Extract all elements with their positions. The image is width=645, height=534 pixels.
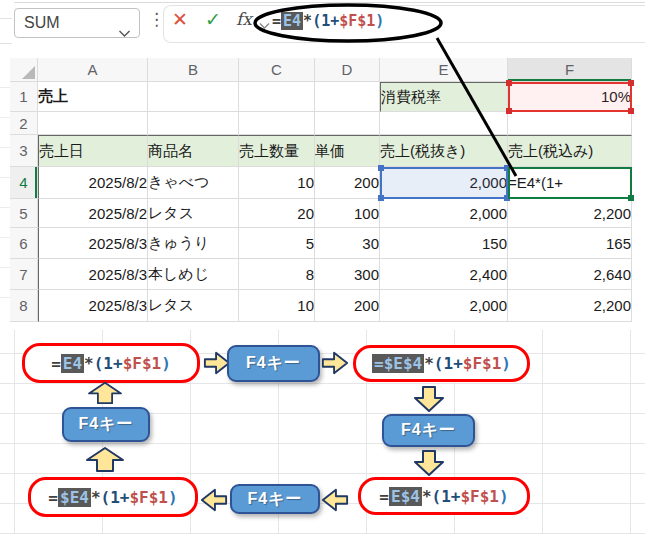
cell-F2[interactable] — [508, 112, 632, 135]
formula-box-absolute[interactable]: =$E$4*(1+$F$1) — [353, 345, 530, 382]
f4-cycle-diagram: =E4*(1+$F$1) F4キー =$E$4*(1+$F$1) F4キー =E… — [0, 330, 645, 534]
formula-ref-selected: E4 — [281, 12, 303, 30]
select-all-corner[interactable] — [10, 58, 38, 82]
insert-function-icon[interactable]: fx — [236, 9, 252, 29]
formula-open: (1+ — [101, 488, 130, 507]
row-header-6[interactable]: 6 — [10, 228, 38, 259]
col-header-D[interactable]: D — [315, 58, 380, 82]
cell-E8[interactable]: 2,000 — [380, 290, 508, 322]
arrow-left-icon[interactable] — [321, 486, 349, 514]
arrow-down-icon[interactable] — [413, 385, 445, 413]
row-header-4[interactable]: 4 — [10, 167, 38, 199]
f4-key-button[interactable]: F4キー — [62, 407, 150, 442]
cell-D7[interactable]: 300 — [315, 259, 380, 290]
cell-E7[interactable]: 2,400 — [380, 259, 508, 290]
cell-D6[interactable]: 30 — [315, 228, 380, 259]
col-header-C[interactable]: C — [239, 58, 315, 82]
formula-box-col-absolute[interactable]: =$E4*(1+$F$1) — [28, 477, 198, 517]
formula-abs-ref: $F$1 — [460, 487, 499, 506]
formula-open: (1+ — [434, 354, 463, 373]
row-header-5[interactable]: 5 — [10, 199, 38, 228]
cell-E1[interactable]: 消費税率 — [380, 82, 508, 112]
row-header-3[interactable]: 3 — [10, 135, 38, 167]
arrow-right-icon[interactable] — [321, 349, 349, 377]
cell-B2[interactable] — [148, 112, 239, 135]
cell-E2[interactable] — [380, 112, 508, 135]
cell-A2[interactable] — [38, 112, 148, 135]
cell-E5[interactable]: 2,000 — [380, 199, 508, 228]
cell-F8[interactable]: 2,200 — [508, 290, 632, 322]
cell-C6[interactable]: 5 — [239, 228, 315, 259]
arrow-left-icon[interactable] — [200, 486, 228, 514]
cell-E6[interactable]: 150 — [380, 228, 508, 259]
formula-close: ) — [499, 487, 509, 506]
cell-A6[interactable]: 2025/8/3 — [38, 228, 148, 259]
cell-B7[interactable]: 本しめじ — [148, 259, 239, 290]
formula-ref-selected: E4 — [61, 354, 84, 373]
col-header-A[interactable]: A — [38, 58, 148, 82]
cell-F7[interactable]: 2,640 — [508, 259, 632, 290]
arrow-up-icon[interactable] — [85, 381, 125, 405]
cell-B4[interactable]: きゃべつ — [148, 167, 239, 199]
formula-close: ) — [375, 12, 384, 30]
enter-icon[interactable]: ✓ — [205, 8, 221, 31]
cell-E4[interactable]: 2,000 — [380, 167, 508, 199]
cell-B3[interactable]: 商品名 — [148, 135, 239, 167]
cell-D5[interactable]: 100 — [315, 199, 380, 228]
f4-key-button[interactable]: F4キー — [382, 414, 475, 447]
col-header-F[interactable]: F — [508, 58, 632, 82]
row-header-2[interactable]: 2 — [10, 112, 38, 135]
cell-D2[interactable] — [315, 112, 380, 135]
cell-B1[interactable] — [148, 82, 239, 112]
chevron-down-icon[interactable] — [259, 16, 270, 34]
chevron-down-icon[interactable] — [118, 19, 131, 47]
cell-A8[interactable]: 2025/8/3 — [38, 290, 148, 322]
cell-A3[interactable]: 売上日 — [38, 135, 148, 167]
formula-op: * — [84, 354, 94, 373]
col-header-B[interactable]: B — [148, 58, 239, 82]
cell-C4[interactable]: 10 — [239, 167, 315, 199]
formula-abs-ref: $F$1 — [129, 488, 168, 507]
cell-C7[interactable]: 8 — [239, 259, 315, 290]
cell-B5[interactable]: レタス — [148, 199, 239, 228]
formula-open: (1+ — [312, 12, 339, 30]
cell-F6[interactable]: 165 — [508, 228, 632, 259]
cell-A4[interactable]: 2025/8/2 — [38, 167, 148, 199]
cell-D3[interactable]: 単価 — [315, 135, 380, 167]
name-box[interactable]: SUM — [14, 8, 140, 38]
formula-eq: = — [379, 487, 389, 506]
cell-A1[interactable]: 売上 — [38, 82, 148, 112]
cell-C8[interactable]: 10 — [239, 290, 315, 322]
cell-A7[interactable]: 2025/8/3 — [38, 259, 148, 290]
formula-eq: = — [272, 12, 281, 30]
f4-key-button[interactable]: F4キー — [230, 484, 320, 514]
row-header-1[interactable]: 1 — [10, 82, 38, 112]
cell-B6[interactable]: きゅうり — [148, 228, 239, 259]
row-header-7[interactable]: 7 — [10, 259, 38, 290]
cell-F5[interactable]: 2,200 — [508, 199, 632, 228]
cancel-icon[interactable]: ✕ — [172, 8, 188, 31]
col-header-E[interactable]: E — [380, 58, 508, 82]
cell-C3[interactable]: 売上数量 — [239, 135, 315, 167]
cell-A5[interactable]: 2025/8/2 — [38, 199, 148, 228]
cell-D4[interactable]: 200 — [315, 167, 380, 199]
divider — [0, 18, 12, 19]
f4-key-button[interactable]: F4キー — [227, 345, 320, 382]
arrow-up-icon[interactable] — [85, 445, 125, 474]
cell-C2[interactable] — [239, 112, 315, 135]
formula-input[interactable]: =E4*(1+$F$1) — [272, 12, 384, 30]
row-header-8[interactable]: 8 — [10, 290, 38, 322]
cell-E3[interactable]: 売上(税抜き) — [380, 135, 508, 167]
cell-D8[interactable]: 200 — [315, 290, 380, 322]
cell-F1[interactable]: 10% — [508, 82, 632, 112]
name-box-value: SUM — [24, 14, 60, 31]
cell-D1[interactable] — [315, 82, 380, 112]
formula-box-relative[interactable]: =E4*(1+$F$1) — [22, 343, 200, 383]
formula-box-row-absolute[interactable]: =E$4*(1+$F$1) — [358, 477, 530, 515]
arrow-down-icon[interactable] — [413, 449, 445, 477]
cell-C1[interactable] — [239, 82, 315, 112]
cell-B8[interactable]: レタス — [148, 290, 239, 322]
cell-C5[interactable]: 20 — [239, 199, 315, 228]
cell-F3[interactable]: 売上(税込み) — [508, 135, 632, 167]
cell-F4-editing[interactable]: =E4*(1+ — [508, 167, 632, 199]
